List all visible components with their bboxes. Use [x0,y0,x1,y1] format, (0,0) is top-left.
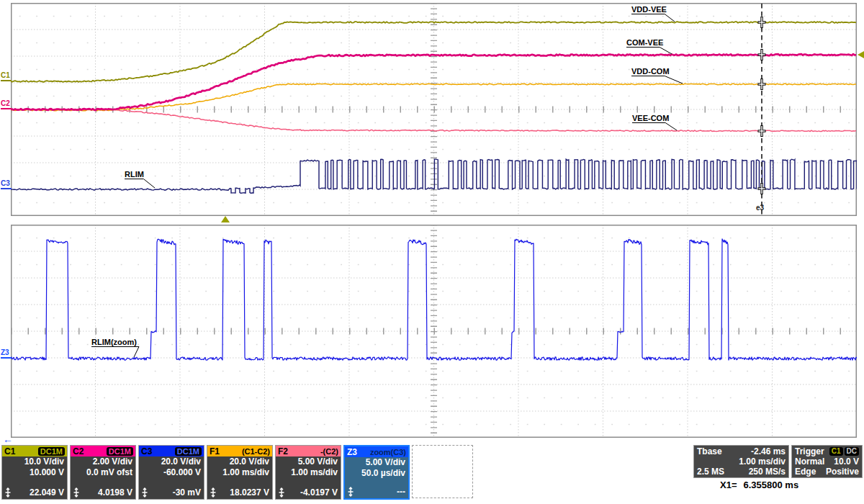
trace-position-bar [1,188,12,189]
channel-name: C1 [4,446,15,456]
channel-setting-1: 20.0 V/div [207,456,272,467]
channel-setting-2: 50.0 µs/div [345,468,408,479]
channel-cursor-value: 18.0237 V [230,487,269,498]
timebase-box[interactable]: Tbase -2.46 ms 1.00 ms/div 2.5 MS 250 MS… [693,445,789,478]
trace-label-vdd-vee: VDD-VEE [631,5,667,14]
timebase-delay: -2.46 ms [751,446,786,456]
channel-name: C2 [73,446,84,456]
margin-label-c3[interactable]: C3 [1,180,12,189]
empty-descriptor-slot[interactable] [412,445,473,498]
channel-setting-1: 5.00 V/div [276,456,341,467]
trigger-coupling-badge: DC [845,447,859,456]
trace-label-rlim: RLIM [125,170,144,179]
cursor-marker-icon [4,487,12,498]
cursor-marker-icon [278,487,285,498]
channel-box-header: C3DC1M [139,446,204,456]
channel-setting-2: -60.000 V [139,467,204,478]
channel-box-f2[interactable]: F2-(C2)5.00 V/div1.00 ms/div-4.0197 V [275,445,341,500]
channel-box-header: Z3zoom(C3) [345,446,408,457]
margin-label-c2[interactable]: C2 [1,100,12,109]
channel-box-f1[interactable]: F1(C1-C2)20.0 V/div1.00 ms/div18.0237 V [207,445,273,500]
trace-label-rlim-zoom-: RLIM(zoom) [91,338,137,346]
timebase-rate: 250 MS/s [749,467,786,477]
trigger-delay-marker-icon[interactable] [221,216,230,222]
trace-label-com-vee: COM-VEE [626,38,663,47]
channel-name: C3 [141,446,152,456]
bottom-graticule: RLIM(zoom) [11,225,857,438]
margin-label-c1[interactable]: C1 [1,72,12,81]
channel-box-c3[interactable]: C3DC1M20.0 V/div-60.000 V-30 mV [138,445,204,500]
channel-cursor-row: 4.0198 V [73,487,132,498]
channel-setting-2: 1.00 ms/div [207,467,272,478]
cursor-x1-readout: X1= 6.355800 ms [720,480,798,490]
trigger-slope: Positive [826,467,859,477]
channel-coupling-tag: zoom(C3) [370,448,406,456]
channel-setting-2: 10.000 V [2,467,67,478]
channel-coupling-tag: DC1M [175,447,202,456]
trace-position-bar [1,357,12,359]
channel-setting-2: 0.0 mV ofst [71,467,135,478]
channel-cursor-row: 22.049 V [4,487,64,498]
channel-cursor-row: -4.0197 V [278,487,338,498]
channel-coupling-tag: DC1M [38,447,65,456]
channel-cursor-row: --- [347,487,405,497]
timebase-samples: 2.5 MS [697,467,724,477]
channel-cursor-value: 22.049 V [30,487,64,498]
margin-label-text: Z3 [1,348,9,356]
channel-coupling-tag: -(C2) [320,447,338,456]
channel-box-header: F1(C1-C2) [207,446,272,456]
margin-label-z3[interactable]: Z3 [1,349,12,359]
cursor-x1-label: X1= [720,480,737,490]
cursor-marker-icon [210,487,217,498]
trigger-source-badge: C1 [829,447,843,456]
channel-coupling-tag: (C1-C2) [242,447,270,456]
oscilloscope-screen: e3VDD-VEECOM-VEEVDD-COMVEE-COMRLIM RLIM(… [0,0,864,504]
margin-label-text: C2 [1,99,10,107]
channel-box-z3[interactable]: Z3zoom(C3)5.00 V/div50.0 µs/div--- [343,445,410,500]
cursor-marker-icon [347,487,354,497]
trigger-level-marker-icon[interactable] [858,51,864,58]
channel-name: F2 [278,446,288,456]
cursor-x1-value: 6.355800 ms [744,480,799,490]
channel-name: Z3 [347,447,357,457]
channel-box-header: F2-(C2) [276,446,341,456]
trace-label-vee-com: VEE-COM [632,114,669,122]
channel-name: F1 [210,446,220,456]
trigger-mode: Normal [795,456,824,467]
channel-setting-1: 2.00 V/div [71,456,135,467]
timebase-scale: 1.00 ms/div [739,456,786,467]
channel-setting-2: 1.00 ms/div [276,467,341,478]
trace-position-bar [1,80,12,81]
channel-cursor-value: -4.0197 V [300,487,338,498]
x1-cursor-tag: e3 [756,204,765,212]
top-graticule: e3VDD-VEECOM-VEEVDD-COMVEE-COMRLIM [11,3,857,216]
margin-label-text: C1 [1,71,10,79]
channel-box-header: C1DC1M [2,446,67,456]
channel-cursor-value: --- [397,487,405,497]
trigger-level: 10.0 V [834,456,859,467]
timebase-title: Tbase [697,446,722,456]
channel-setting-1: 10.0 V/div [2,456,67,467]
channel-cursor-value: 4.0198 V [98,487,132,498]
zoom-pan-arrow-icon[interactable]: ← [3,433,13,445]
trace-label-vdd-com: VDD-COM [631,67,670,76]
margin-label-text: C3 [1,179,10,187]
trigger-title: Trigger [795,446,824,456]
channel-cursor-value: -30 mV [173,487,201,498]
trigger-box[interactable]: Trigger C1 DC Normal 10.0 V Edge Positiv… [791,445,863,478]
channel-setting-1: 20.0 V/div [139,456,204,467]
channel-setting-1: 5.00 V/div [345,457,408,468]
trace-position-bar [1,108,12,109]
cursor-marker-icon [141,487,148,498]
channel-cursor-row: 18.0237 V [210,487,269,498]
channel-box-c2[interactable]: C2DC1M2.00 V/div0.0 mV ofst4.0198 V [70,445,136,500]
channel-coupling-tag: DC1M [107,447,133,456]
channel-box-header: C2DC1M [71,446,135,456]
channel-box-c1[interactable]: C1DC1M10.0 V/div10.000 V22.049 V [1,445,68,500]
trigger-type: Edge [795,467,816,477]
cursor-marker-icon [73,487,80,498]
channel-cursor-row: -30 mV [141,487,201,498]
